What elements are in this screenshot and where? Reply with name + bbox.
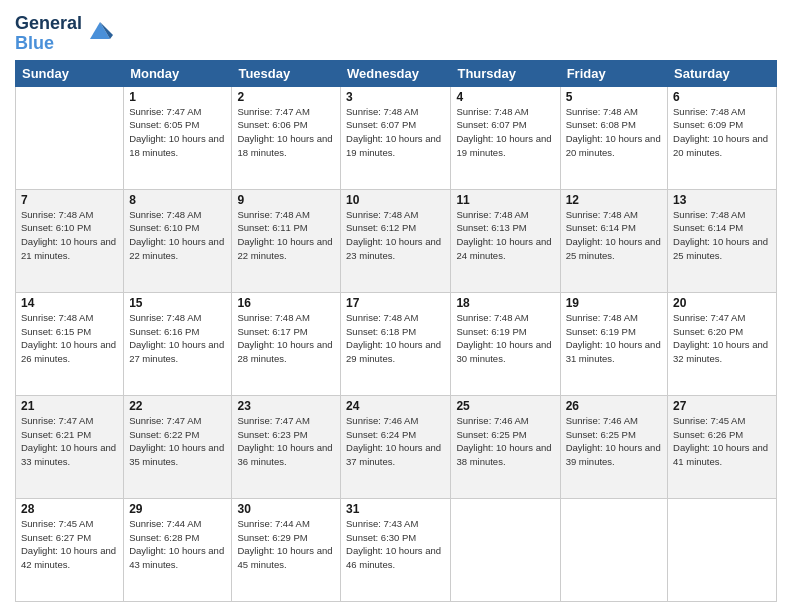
calendar-cell: 28Sunrise: 7:45 AMSunset: 6:27 PMDayligh… (16, 498, 124, 601)
calendar-cell: 2Sunrise: 7:47 AMSunset: 6:06 PMDaylight… (232, 86, 341, 189)
day-info: Sunrise: 7:47 AMSunset: 6:05 PMDaylight:… (129, 105, 226, 160)
calendar-cell: 22Sunrise: 7:47 AMSunset: 6:22 PMDayligh… (124, 395, 232, 498)
day-number: 21 (21, 399, 118, 413)
calendar-cell: 1Sunrise: 7:47 AMSunset: 6:05 PMDaylight… (124, 86, 232, 189)
calendar-cell: 26Sunrise: 7:46 AMSunset: 6:25 PMDayligh… (560, 395, 667, 498)
day-number: 22 (129, 399, 226, 413)
weekday-header-tuesday: Tuesday (232, 60, 341, 86)
day-number: 5 (566, 90, 662, 104)
day-number: 9 (237, 193, 335, 207)
day-info: Sunrise: 7:47 AMSunset: 6:23 PMDaylight:… (237, 414, 335, 469)
day-info: Sunrise: 7:48 AMSunset: 6:14 PMDaylight:… (673, 208, 771, 263)
day-number: 8 (129, 193, 226, 207)
day-info: Sunrise: 7:48 AMSunset: 6:07 PMDaylight:… (456, 105, 554, 160)
day-info: Sunrise: 7:46 AMSunset: 6:24 PMDaylight:… (346, 414, 445, 469)
week-row-2: 14Sunrise: 7:48 AMSunset: 6:15 PMDayligh… (16, 292, 777, 395)
calendar-cell: 17Sunrise: 7:48 AMSunset: 6:18 PMDayligh… (341, 292, 451, 395)
day-info: Sunrise: 7:48 AMSunset: 6:07 PMDaylight:… (346, 105, 445, 160)
calendar-cell: 13Sunrise: 7:48 AMSunset: 6:14 PMDayligh… (668, 189, 777, 292)
day-number: 10 (346, 193, 445, 207)
calendar-cell (668, 498, 777, 601)
day-info: Sunrise: 7:46 AMSunset: 6:25 PMDaylight:… (566, 414, 662, 469)
day-info: Sunrise: 7:44 AMSunset: 6:28 PMDaylight:… (129, 517, 226, 572)
day-number: 26 (566, 399, 662, 413)
day-number: 28 (21, 502, 118, 516)
day-number: 25 (456, 399, 554, 413)
day-number: 27 (673, 399, 771, 413)
day-number: 15 (129, 296, 226, 310)
day-info: Sunrise: 7:47 AMSunset: 6:21 PMDaylight:… (21, 414, 118, 469)
day-info: Sunrise: 7:48 AMSunset: 6:19 PMDaylight:… (456, 311, 554, 366)
day-number: 4 (456, 90, 554, 104)
calendar-cell: 21Sunrise: 7:47 AMSunset: 6:21 PMDayligh… (16, 395, 124, 498)
weekday-header-saturday: Saturday (668, 60, 777, 86)
logo: General Blue (15, 10, 115, 54)
calendar-cell: 10Sunrise: 7:48 AMSunset: 6:12 PMDayligh… (341, 189, 451, 292)
calendar-cell: 3Sunrise: 7:48 AMSunset: 6:07 PMDaylight… (341, 86, 451, 189)
day-info: Sunrise: 7:48 AMSunset: 6:12 PMDaylight:… (346, 208, 445, 263)
day-number: 6 (673, 90, 771, 104)
calendar-cell (560, 498, 667, 601)
calendar-cell: 31Sunrise: 7:43 AMSunset: 6:30 PMDayligh… (341, 498, 451, 601)
calendar-cell: 19Sunrise: 7:48 AMSunset: 6:19 PMDayligh… (560, 292, 667, 395)
logo-general: General (15, 14, 82, 34)
day-info: Sunrise: 7:48 AMSunset: 6:08 PMDaylight:… (566, 105, 662, 160)
calendar-cell: 30Sunrise: 7:44 AMSunset: 6:29 PMDayligh… (232, 498, 341, 601)
calendar-table: SundayMondayTuesdayWednesdayThursdayFrid… (15, 60, 777, 602)
calendar-cell: 16Sunrise: 7:48 AMSunset: 6:17 PMDayligh… (232, 292, 341, 395)
calendar-cell: 18Sunrise: 7:48 AMSunset: 6:19 PMDayligh… (451, 292, 560, 395)
day-info: Sunrise: 7:48 AMSunset: 6:15 PMDaylight:… (21, 311, 118, 366)
day-number: 2 (237, 90, 335, 104)
day-info: Sunrise: 7:47 AMSunset: 6:22 PMDaylight:… (129, 414, 226, 469)
day-number: 29 (129, 502, 226, 516)
week-row-3: 21Sunrise: 7:47 AMSunset: 6:21 PMDayligh… (16, 395, 777, 498)
day-number: 17 (346, 296, 445, 310)
day-number: 16 (237, 296, 335, 310)
weekday-header-thursday: Thursday (451, 60, 560, 86)
logo-icon (85, 17, 115, 47)
week-row-0: 1Sunrise: 7:47 AMSunset: 6:05 PMDaylight… (16, 86, 777, 189)
day-number: 19 (566, 296, 662, 310)
calendar-cell: 24Sunrise: 7:46 AMSunset: 6:24 PMDayligh… (341, 395, 451, 498)
day-info: Sunrise: 7:46 AMSunset: 6:25 PMDaylight:… (456, 414, 554, 469)
day-info: Sunrise: 7:48 AMSunset: 6:19 PMDaylight:… (566, 311, 662, 366)
weekday-header-row: SundayMondayTuesdayWednesdayThursdayFrid… (16, 60, 777, 86)
day-info: Sunrise: 7:48 AMSunset: 6:10 PMDaylight:… (21, 208, 118, 263)
calendar-cell: 29Sunrise: 7:44 AMSunset: 6:28 PMDayligh… (124, 498, 232, 601)
calendar-cell: 12Sunrise: 7:48 AMSunset: 6:14 PMDayligh… (560, 189, 667, 292)
calendar-cell: 23Sunrise: 7:47 AMSunset: 6:23 PMDayligh… (232, 395, 341, 498)
calendar-cell: 9Sunrise: 7:48 AMSunset: 6:11 PMDaylight… (232, 189, 341, 292)
day-number: 7 (21, 193, 118, 207)
weekday-header-sunday: Sunday (16, 60, 124, 86)
calendar-cell (451, 498, 560, 601)
day-info: Sunrise: 7:48 AMSunset: 6:18 PMDaylight:… (346, 311, 445, 366)
day-number: 14 (21, 296, 118, 310)
day-info: Sunrise: 7:48 AMSunset: 6:10 PMDaylight:… (129, 208, 226, 263)
day-info: Sunrise: 7:48 AMSunset: 6:17 PMDaylight:… (237, 311, 335, 366)
day-info: Sunrise: 7:45 AMSunset: 6:26 PMDaylight:… (673, 414, 771, 469)
day-number: 23 (237, 399, 335, 413)
calendar-cell: 11Sunrise: 7:48 AMSunset: 6:13 PMDayligh… (451, 189, 560, 292)
day-number: 18 (456, 296, 554, 310)
calendar-cell: 20Sunrise: 7:47 AMSunset: 6:20 PMDayligh… (668, 292, 777, 395)
week-row-4: 28Sunrise: 7:45 AMSunset: 6:27 PMDayligh… (16, 498, 777, 601)
day-info: Sunrise: 7:48 AMSunset: 6:16 PMDaylight:… (129, 311, 226, 366)
week-row-1: 7Sunrise: 7:48 AMSunset: 6:10 PMDaylight… (16, 189, 777, 292)
header: General Blue (15, 10, 777, 54)
day-info: Sunrise: 7:47 AMSunset: 6:06 PMDaylight:… (237, 105, 335, 160)
calendar-cell: 25Sunrise: 7:46 AMSunset: 6:25 PMDayligh… (451, 395, 560, 498)
calendar-cell: 8Sunrise: 7:48 AMSunset: 6:10 PMDaylight… (124, 189, 232, 292)
page: General Blue SundayMondayTuesdayWednesda… (0, 0, 792, 612)
day-number: 31 (346, 502, 445, 516)
day-info: Sunrise: 7:48 AMSunset: 6:13 PMDaylight:… (456, 208, 554, 263)
calendar-cell: 4Sunrise: 7:48 AMSunset: 6:07 PMDaylight… (451, 86, 560, 189)
weekday-header-friday: Friday (560, 60, 667, 86)
day-number: 1 (129, 90, 226, 104)
calendar-cell: 14Sunrise: 7:48 AMSunset: 6:15 PMDayligh… (16, 292, 124, 395)
calendar-cell: 6Sunrise: 7:48 AMSunset: 6:09 PMDaylight… (668, 86, 777, 189)
calendar-cell: 5Sunrise: 7:48 AMSunset: 6:08 PMDaylight… (560, 86, 667, 189)
day-info: Sunrise: 7:44 AMSunset: 6:29 PMDaylight:… (237, 517, 335, 572)
weekday-header-wednesday: Wednesday (341, 60, 451, 86)
calendar-cell (16, 86, 124, 189)
day-number: 3 (346, 90, 445, 104)
